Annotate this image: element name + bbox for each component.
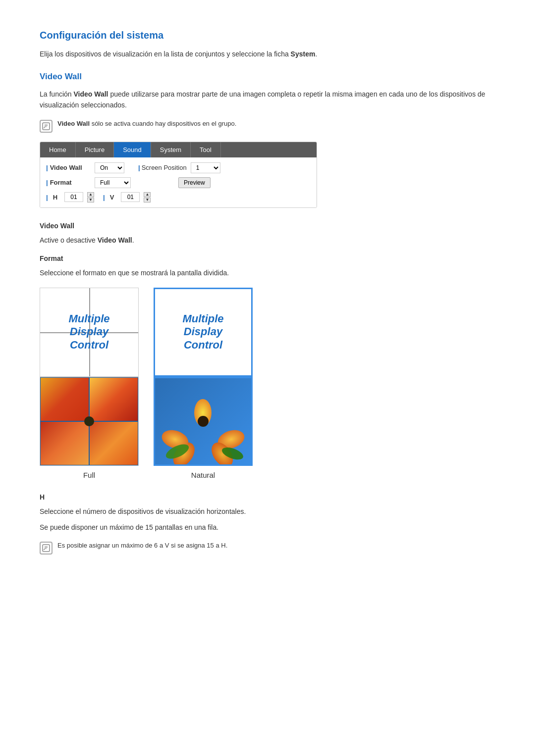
videowall-sub-desc: Active o desactive Video Wall. [40, 235, 495, 246]
panel-row-hv: | H ▲ ▼ | V ▲ ▼ [46, 192, 311, 202]
v-down-arrow[interactable]: ▼ [144, 198, 151, 202]
h-note-box: Es posible asignar un máximo de 6 a V si… [40, 542, 495, 554]
h-note-icon [40, 542, 53, 554]
images-grid: Multiple Display Control Full Multiple D… [40, 288, 495, 479]
h-bar-icon: | [46, 194, 48, 201]
videowall-dropdown[interactable]: On Off [95, 162, 124, 173]
format-panel-label: Format [46, 179, 91, 186]
ui-panel: Home Picture Sound System Tool Video Wal… [40, 142, 317, 208]
h-label: H [53, 194, 57, 201]
tab-bar: Home Picture Sound System Tool [40, 142, 317, 157]
tab-tool[interactable]: Tool [191, 142, 221, 157]
h-up-arrow[interactable]: ▲ [87, 192, 94, 197]
flower-quad-tl [40, 377, 89, 421]
preview-button[interactable]: Preview [178, 177, 211, 188]
v-bar-icon: | [103, 194, 105, 201]
natural-flower [178, 397, 228, 446]
full-text-image: Multiple Display Control [40, 288, 139, 377]
format-sub-label: Format [40, 254, 495, 262]
videowall-description: La función Video Wall puede utilizarse p… [40, 89, 495, 111]
intro-text-after: . [315, 50, 317, 58]
grid-line-v [89, 288, 90, 376]
tab-home[interactable]: Home [40, 142, 76, 157]
screen-position-dropdown[interactable]: 1 2 [191, 162, 220, 173]
screen-position-label: |Screen Position [138, 164, 187, 171]
svg-rect-1 [43, 545, 50, 552]
h-sub-label: H [40, 493, 495, 501]
flower-center [84, 416, 94, 426]
note-box: Video Wall sólo se activa cuando hay dis… [40, 120, 495, 133]
natural-image-col: Multiple Display Control Natural [154, 288, 253, 479]
full-flower-image [40, 377, 139, 466]
natural-flower-center [198, 416, 209, 427]
v-input[interactable] [121, 192, 140, 202]
h-down-arrow[interactable]: ▼ [87, 198, 94, 202]
note-text: Video Wall sólo se activa cuando hay dis… [57, 120, 236, 127]
h-spinner-arrows: ▲ ▼ [87, 192, 94, 202]
v-label: V [110, 194, 114, 201]
h-input[interactable] [64, 192, 83, 202]
svg-rect-0 [43, 123, 50, 130]
panel-body: Video Wall On Off |Screen Position 1 2 F… [40, 157, 317, 207]
h-note-text: Es posible asignar un máximo de 6 a V si… [57, 542, 227, 549]
natural-caption: Natural [191, 471, 215, 479]
h-sub-desc1: Seleccione el número de dispositivos de … [40, 506, 495, 517]
v-spinner-arrows: ▲ ▼ [144, 192, 151, 202]
intro-bold: System [291, 50, 316, 58]
intro-paragraph: Elija los dispositivos de visualización … [40, 50, 495, 58]
format-dropdown[interactable]: Full Natural [95, 177, 131, 188]
panel-row-format: Format Full Natural Preview [46, 177, 311, 188]
tab-picture[interactable]: Picture [76, 142, 114, 157]
videowall-panel-label: Video Wall [46, 164, 91, 171]
format-sub-desc: Seleccione el formato en que se mostrará… [40, 267, 495, 278]
tab-sound[interactable]: Sound [114, 142, 151, 157]
flower-quad-bl [40, 421, 89, 465]
panel-row-videowall: Video Wall On Off |Screen Position 1 2 [46, 162, 311, 173]
flower-quad-tr [89, 377, 138, 421]
overlay-text-natural: Multiple Display Control [182, 312, 223, 352]
videowall-section-title: Video Wall [40, 72, 495, 82]
natural-text-image: Multiple Display Control [154, 288, 253, 377]
natural-flower-image [154, 377, 253, 466]
tab-system[interactable]: System [151, 142, 191, 157]
intro-text-before: Elija los dispositivos de visualización … [40, 50, 291, 58]
v-up-arrow[interactable]: ▲ [144, 192, 151, 197]
full-image-col: Multiple Display Control Full [40, 288, 139, 479]
videowall-sub-label: Video Wall [40, 222, 495, 230]
flower-quad-br [89, 421, 138, 465]
page-title: Configuración del sistema [40, 30, 495, 41]
h-sub-desc2: Se puede disponer un máximo de 15 pantal… [40, 522, 495, 533]
full-caption: Full [83, 471, 95, 479]
note-icon [40, 120, 53, 133]
